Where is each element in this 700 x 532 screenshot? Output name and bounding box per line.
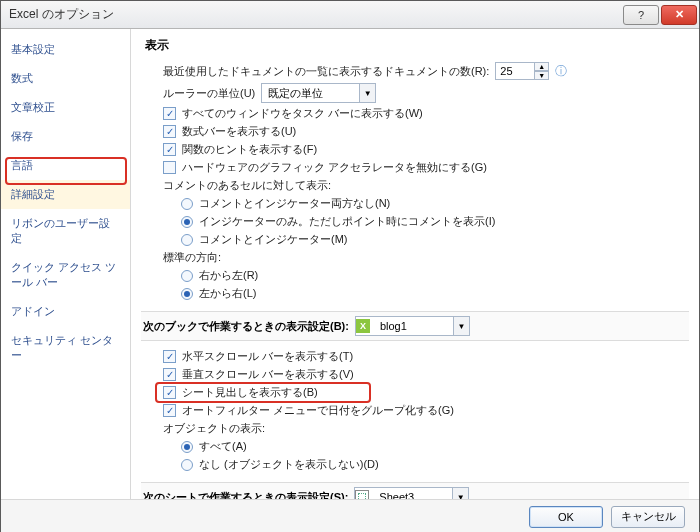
- help-button[interactable]: ?: [623, 5, 659, 25]
- rdo-comment-indicator[interactable]: [181, 216, 193, 228]
- chk-hw-accel[interactable]: [163, 161, 176, 174]
- sidebar-item-trust[interactable]: セキュリティ センター: [1, 326, 130, 370]
- chevron-down-icon: ▼: [453, 317, 469, 335]
- recent-docs-label: 最近使用したドキュメントの一覧に表示するドキュメントの数(R):: [163, 64, 489, 79]
- lbl-formula-bar: 数式バーを表示する(U): [182, 124, 296, 139]
- book-combo[interactable]: X blog1 ▼: [355, 316, 470, 336]
- sidebar-item-save[interactable]: 保存: [1, 122, 130, 151]
- ruler-unit-label: ルーラーの単位(U): [163, 86, 255, 101]
- chk-func-hints[interactable]: [163, 143, 176, 156]
- window-title: Excel のオプション: [9, 6, 623, 23]
- objects-heading: オブジェクトの表示:: [163, 421, 265, 436]
- comment-heading: コメントのあるセルに対して表示:: [163, 178, 331, 193]
- row-sheet-tabs: シート見出しを表示する(B): [163, 385, 363, 400]
- chk-formula-bar[interactable]: [163, 125, 176, 138]
- close-button[interactable]: ✕: [661, 5, 697, 25]
- section-display: 表示: [145, 37, 685, 54]
- direction-heading: 標準の方向:: [163, 250, 221, 265]
- chk-hscroll[interactable]: [163, 350, 176, 363]
- ok-button[interactable]: OK: [529, 506, 603, 528]
- rdo-dir-rtl[interactable]: [181, 270, 193, 282]
- group-book: 次のブックで作業するときの表示設定(B): X blog1 ▼: [141, 311, 689, 341]
- main-pane[interactable]: 表示 最近使用したドキュメントの一覧に表示するドキュメントの数(R): ▲▼ ⓘ…: [131, 29, 699, 499]
- excel-icon: X: [356, 319, 370, 333]
- sheet-combo[interactable]: Sheet3 ▼: [354, 487, 469, 499]
- sidebar-item-ribbon[interactable]: リボンのユーザー設定: [1, 209, 130, 253]
- chk-vscroll[interactable]: [163, 368, 176, 381]
- chk-sheet-tabs[interactable]: [163, 386, 176, 399]
- recent-docs-input[interactable]: [495, 62, 535, 80]
- lbl-taskbar: すべてのウィンドウをタスク バーに表示する(W): [182, 106, 423, 121]
- sidebar-item-qat[interactable]: クイック アクセス ツール バー: [1, 253, 130, 297]
- options-dialog: Excel のオプション ? ✕ 基本設定 数式 文章校正 保存 言語 詳細設定…: [0, 0, 700, 532]
- spin-up-icon[interactable]: ▲: [534, 62, 549, 71]
- sidebar-item-formulas[interactable]: 数式: [1, 64, 130, 93]
- sidebar-item-basic[interactable]: 基本設定: [1, 35, 130, 64]
- title-bar: Excel のオプション ? ✕: [1, 1, 699, 29]
- lbl-hw-accel: ハードウェアのグラフィック アクセラレータを無効にする(G): [182, 160, 487, 175]
- sidebar-item-language[interactable]: 言語: [1, 151, 130, 180]
- rdo-obj-all[interactable]: [181, 441, 193, 453]
- chk-autofilter-group[interactable]: [163, 404, 176, 417]
- spin-down-icon[interactable]: ▼: [534, 71, 549, 80]
- sidebar-item-addins[interactable]: アドイン: [1, 297, 130, 326]
- sidebar-item-proofing[interactable]: 文章校正: [1, 93, 130, 122]
- rdo-comment-both[interactable]: [181, 234, 193, 246]
- sidebar-item-advanced[interactable]: 詳細設定: [1, 180, 130, 209]
- help-icon[interactable]: ⓘ: [555, 63, 567, 80]
- chk-taskbar[interactable]: [163, 107, 176, 120]
- rdo-comment-none[interactable]: [181, 198, 193, 210]
- chevron-down-icon: ▼: [359, 84, 375, 102]
- rdo-obj-none[interactable]: [181, 459, 193, 471]
- rdo-dir-ltr[interactable]: [181, 288, 193, 300]
- footer: OK キャンセル: [1, 499, 699, 532]
- cancel-button[interactable]: キャンセル: [611, 506, 685, 528]
- ruler-unit-combo[interactable]: 既定の単位 ▼: [261, 83, 376, 103]
- group-sheet: 次のシートで作業するときの表示設定(S): Sheet3 ▼: [141, 482, 689, 499]
- lbl-func-hints: 関数のヒントを表示する(F): [182, 142, 317, 157]
- sheet-icon: [355, 490, 369, 499]
- sidebar: 基本設定 数式 文章校正 保存 言語 詳細設定 リボンのユーザー設定 クイック …: [1, 29, 131, 499]
- chevron-down-icon: ▼: [452, 488, 468, 499]
- recent-docs-spinner[interactable]: ▲▼: [495, 62, 549, 80]
